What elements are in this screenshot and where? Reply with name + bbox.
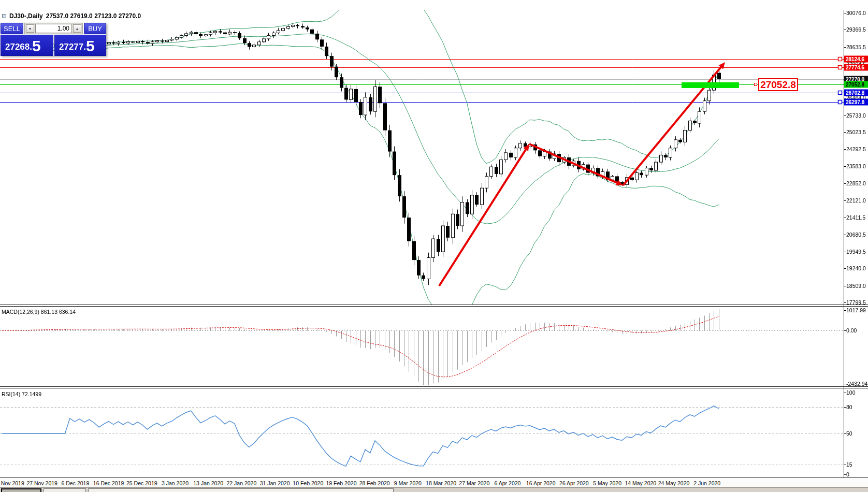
- price-tag-27052.8: 27052.8: [844, 81, 868, 88]
- axis-tick-label: 20680.5: [846, 231, 866, 238]
- axis-tick-label: 22121.0: [846, 197, 866, 204]
- date-label: 6 Dec 2019: [62, 480, 90, 486]
- axis-tick-label: 28635.5: [846, 44, 866, 50]
- date-label: 16 Apr 2020: [526, 480, 556, 486]
- axis-tick-label: 18509.0: [846, 283, 866, 289]
- date-label: 5 May 2020: [593, 480, 621, 486]
- axis-tick-label: 100: [846, 389, 856, 396]
- sell-price-display[interactable]: 27268.5: [1, 35, 53, 56]
- price-tag-26702.8: 26702.8: [844, 89, 868, 96]
- date-label: 13 Jan 2020: [193, 480, 223, 486]
- sell-price-big-digit: 5: [32, 38, 41, 54]
- chart-tab[interactable]: [88, 488, 394, 492]
- date-label: 2 Jun 2020: [693, 480, 720, 486]
- volume-decrease-button[interactable]: ▼: [26, 24, 34, 33]
- mt4-platform-window: 新订单 自动交易 ⊕ ⊖ +▾ ◷▾ ↖ + | ─ ∕: [0, 0, 868, 492]
- date-label: 14 May 2020: [625, 480, 656, 486]
- axis-tick-label: 15: [846, 461, 852, 468]
- axis-tick-label: 29366.5: [846, 26, 866, 33]
- price-tag-27774.6: 27774.6: [844, 64, 868, 70]
- time-axis: 18 Nov 201927 Nov 20196 Dec 201916 Dec 2…: [0, 478, 868, 487]
- axis-tick-label: 0: [846, 471, 849, 477]
- date-label: 31 Jan 2020: [260, 480, 290, 486]
- date-label: 19 Feb 2020: [326, 480, 357, 486]
- axis-tick-label: 25733.0: [846, 112, 866, 119]
- date-label: 24 May 2020: [658, 480, 690, 486]
- chart-canvas[interactable]: [0, 0, 868, 492]
- volume-increase-button[interactable]: ▲: [73, 24, 81, 33]
- buy-price-display[interactable]: 27277.5: [54, 35, 106, 56]
- date-label: 9 Mar 2020: [394, 480, 422, 486]
- chart-title-row: DJ30-,Daily 27537.0 27619.0 27123.0 2727…: [2, 12, 141, 20]
- axis-tick-label: 19949.5: [846, 249, 866, 255]
- date-label: 3 Jan 2020: [162, 480, 189, 486]
- price-callout-label[interactable]: 27052.8: [758, 78, 798, 91]
- axis-tick-label: 23583.0: [846, 163, 866, 169]
- volume-control: ▼ 1.00 ▲: [24, 23, 83, 34]
- chart-window-icon: [2, 14, 6, 18]
- buy-price-big-digit: 5: [86, 38, 95, 54]
- sell-button[interactable]: SELL: [1, 23, 23, 34]
- chart-tab-strip: [0, 487, 868, 492]
- axis-tick-label: 22852.0: [846, 180, 866, 186]
- date-label: 28 Feb 2020: [359, 480, 390, 486]
- buy-price-main: 27277.: [59, 40, 86, 54]
- sell-price-main: 27268.: [5, 40, 32, 54]
- date-label: 6 Apr 2020: [495, 480, 521, 486]
- one-click-trading-panel: SELL ▼ 1.00 ▲ BUY 27268.5 27277.5: [1, 23, 106, 56]
- date-label: 25 Dec 2019: [126, 480, 157, 486]
- main-macd-separator[interactable]: [0, 305, 868, 307]
- support-highlight-zone[interactable]: [682, 82, 739, 88]
- date-label: 16 Dec 2019: [93, 480, 124, 486]
- macd-rsi-separator[interactable]: [0, 386, 868, 388]
- price-tag-26297.8: 26297.8: [844, 99, 868, 106]
- callout-anchor-marker: [754, 83, 757, 86]
- date-label: 18 Nov 2019: [0, 480, 24, 486]
- chart-tab[interactable]: [44, 488, 86, 492]
- axis-tick-label: 19240.0: [846, 265, 866, 271]
- date-label: 18 Mar 2020: [426, 480, 456, 486]
- axis-tick-label: 17799.5: [846, 299, 866, 306]
- chart-ohlc-values: 27537.0 27619.0 27123.0 27270.0: [46, 12, 141, 20]
- date-label: 22 Jan 2020: [226, 480, 256, 486]
- axis-tick-label: 1017.99: [846, 307, 866, 313]
- date-label: 27 Nov 2019: [26, 480, 57, 486]
- axis-tick-label: 21411.5: [846, 214, 865, 221]
- axis-tick-label: 0.00: [846, 327, 857, 334]
- buy-button[interactable]: BUY: [84, 23, 106, 34]
- axis-tick-label: 50: [846, 430, 852, 437]
- rsi-label: RSI(14) 72.1499: [2, 391, 41, 397]
- axis-tick-label: 30076.0: [846, 10, 866, 16]
- axis-tick-label: -2432.94: [846, 381, 867, 387]
- date-label: 27 Mar 2020: [459, 480, 489, 486]
- axis-tick-label: 25023.5: [846, 129, 866, 135]
- date-label: 26 Apr 2020: [559, 480, 589, 486]
- axis-tick-label: 80: [846, 404, 852, 410]
- chart-tab-active[interactable]: [1, 488, 41, 492]
- price-tag-28124.6: 28124.6: [844, 55, 868, 62]
- chart-symbol-period: DJ30-,Daily: [9, 12, 43, 20]
- axis-tick-label: 24292.5: [846, 146, 866, 152]
- volume-input[interactable]: 1.00: [35, 24, 72, 33]
- date-label: 10 Feb 2020: [293, 480, 323, 486]
- macd-label: MACD(12,26,9) 861.13 636.14: [2, 309, 76, 315]
